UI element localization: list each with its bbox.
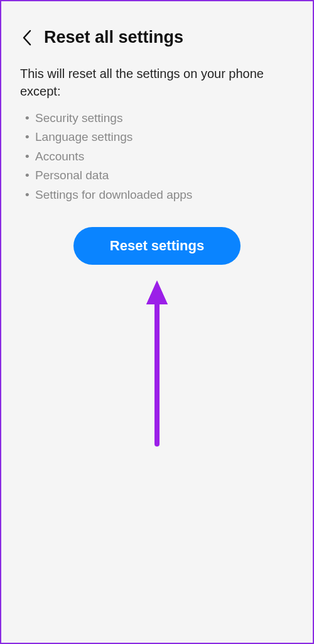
list-item: Language settings <box>35 128 294 147</box>
annotation-arrow-icon <box>141 274 173 459</box>
screen: Reset all settings This will reset all t… <box>6 6 308 638</box>
svg-rect-0 <box>154 302 160 447</box>
header: Reset all settings <box>20 28 294 47</box>
reset-settings-button[interactable]: Reset settings <box>73 227 241 265</box>
description-text: This will reset all the settings on your… <box>20 65 294 100</box>
list-item: Accounts <box>35 147 294 166</box>
page-title: Reset all settings <box>44 28 183 47</box>
list-item: Security settings <box>35 109 294 128</box>
button-container: Reset settings <box>20 227 294 265</box>
list-item: Personal data <box>35 166 294 185</box>
back-icon[interactable] <box>20 31 34 45</box>
list-item: Settings for downloaded apps <box>35 186 294 204</box>
exception-list: Security settings Language settings Acco… <box>20 109 294 204</box>
device-frame: Reset all settings This will reset all t… <box>0 0 314 644</box>
